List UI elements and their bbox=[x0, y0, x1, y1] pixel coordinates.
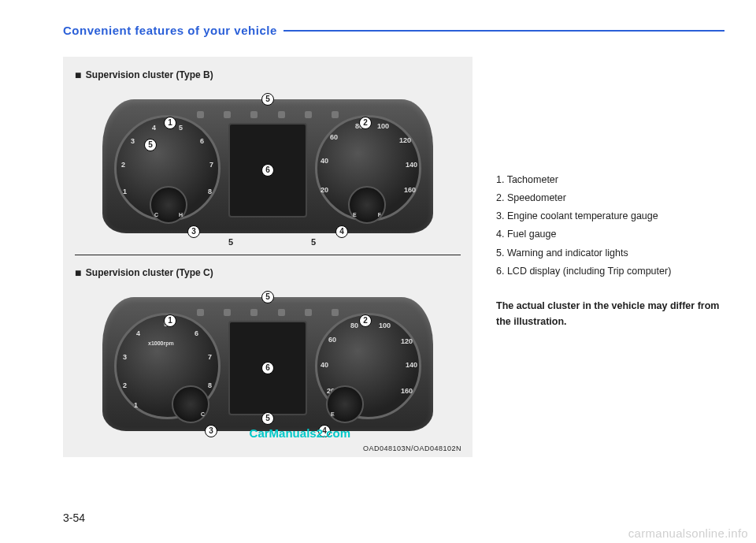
legend-item-5: 5. Warning and indicator lights bbox=[496, 244, 724, 262]
speedometer-dial: 20 40 60 80 100 120 140 160 E F bbox=[315, 115, 421, 221]
tachometer-dial: 1 2 3 4 5 6 7 8 x1000rpm C bbox=[114, 313, 220, 419]
callout-1: 1 bbox=[164, 314, 176, 327]
image-code: OAD048103N/OAD048102N bbox=[363, 444, 461, 452]
page-number: 3-54 bbox=[63, 511, 85, 524]
legend-item-1: 1. Tachometer bbox=[496, 171, 724, 189]
cluster-c-wrap: 1 2 3 4 5 6 7 8 x1000rpm C bbox=[75, 285, 461, 443]
callout-3: 3 bbox=[187, 225, 200, 238]
section-rule bbox=[284, 30, 724, 32]
callout-5-top: 5 bbox=[261, 93, 274, 106]
callout-1: 1 bbox=[164, 117, 176, 129]
label-5-right: 5 bbox=[311, 237, 316, 247]
tachometer-dial: 1 2 3 4 5 6 7 8 C H bbox=[114, 115, 220, 221]
legend-note: The actual cluster in the vehicle may di… bbox=[496, 298, 724, 329]
watermark-carmanuals2: CarManuals2.com bbox=[250, 426, 350, 440]
temp-gauge: C H bbox=[150, 186, 187, 224]
bullet-icon: ■ bbox=[75, 266, 81, 279]
section-title: Convenient features of your vehicle bbox=[63, 24, 277, 37]
callout-2: 2 bbox=[359, 314, 372, 327]
cluster-c: 1 2 3 4 5 6 7 8 x1000rpm C bbox=[102, 297, 433, 431]
speedometer-dial: 10 20 40 60 80 100 120 140 160 E bbox=[315, 313, 421, 419]
fuel-gauge: E F bbox=[348, 186, 386, 224]
figure-panel: ■ Supervision cluster (Type B) 1 2 3 4 5… bbox=[63, 57, 472, 457]
legend-item-2: 2. Speedometer bbox=[496, 189, 724, 207]
callout-6: 6 bbox=[261, 164, 274, 177]
indicator-strip bbox=[197, 307, 339, 318]
indicator-strip bbox=[197, 109, 339, 120]
label-5-left: 5 bbox=[228, 237, 233, 247]
callout-5-inner: 5 bbox=[144, 139, 157, 151]
temp-gauge: C bbox=[172, 385, 209, 423]
figure-divider bbox=[75, 255, 461, 255]
callout-2: 2 bbox=[359, 117, 372, 129]
site-watermark: carmanualsonline.info bbox=[628, 526, 748, 540]
bullet-icon: ■ bbox=[75, 69, 81, 81]
callout-5-top: 5 bbox=[261, 291, 274, 303]
cluster-b: 1 2 3 4 5 6 7 8 C H bbox=[102, 99, 433, 233]
callout-5-bottom: 5 bbox=[261, 412, 274, 425]
section-header: Convenient features of your vehicle bbox=[63, 24, 724, 37]
callout-6: 6 bbox=[261, 362, 274, 374]
legend-item-4: 4. Fuel gauge bbox=[496, 225, 724, 244]
tach-unit: x1000rpm bbox=[148, 340, 174, 346]
legend-item-3: 3. Engine coolant temperature gauge bbox=[496, 207, 724, 225]
caption-type-b: ■ Supervision cluster (Type B) bbox=[75, 69, 461, 81]
legend: 1. Tachometer 2. Speedometer 3. Engine c… bbox=[496, 57, 724, 457]
callout-4: 4 bbox=[335, 225, 348, 238]
fuel-gauge: E bbox=[326, 385, 364, 423]
caption-c-text: Supervision cluster (Type C) bbox=[86, 267, 213, 278]
callout-3: 3 bbox=[205, 425, 217, 437]
legend-item-6: 6. LCD display (including Trip computer) bbox=[496, 262, 724, 281]
caption-type-c: ■ Supervision cluster (Type C) bbox=[75, 266, 461, 279]
caption-b-text: Supervision cluster (Type B) bbox=[86, 69, 213, 80]
cluster-b-wrap: 1 2 3 4 5 6 7 8 C H bbox=[75, 87, 461, 245]
